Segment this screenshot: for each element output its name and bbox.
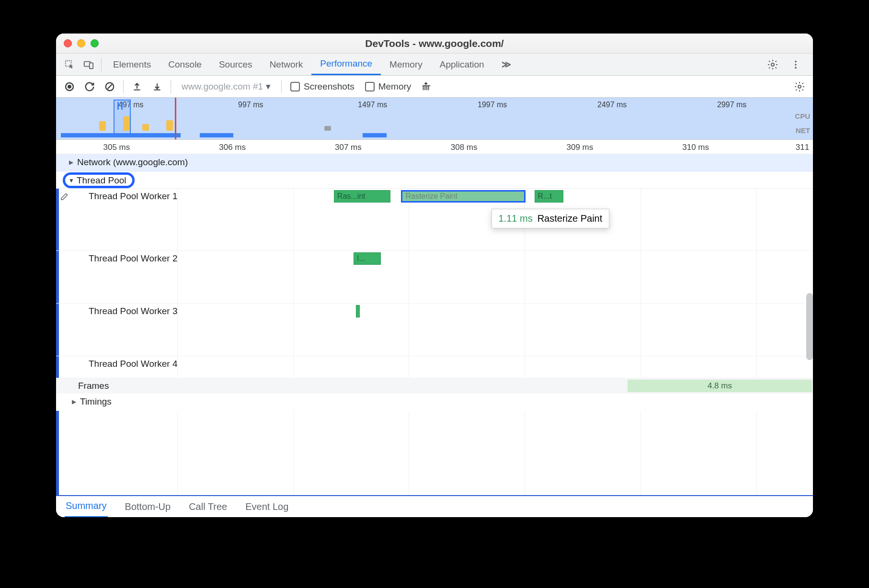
overview-net-label: NET xyxy=(796,126,810,135)
checkbox-icon xyxy=(290,82,300,91)
disclosure-right-icon[interactable]: ▶ xyxy=(70,398,77,405)
vertical-scrollbar[interactable] xyxy=(806,293,813,360)
timings-label: Timings xyxy=(80,396,112,407)
panel-tabs: Elements Console Sources Network Perform… xyxy=(56,54,813,76)
overview-tick: 1997 ms xyxy=(478,101,507,109)
worker-lane-1[interactable]: Thread Pool Worker 1 Ras...int Rasterize… xyxy=(56,189,813,251)
tab-event-log[interactable]: Event Log xyxy=(244,497,289,517)
worker-lane-3[interactable]: Thread Pool Worker 3 xyxy=(56,304,813,356)
download-icon[interactable] xyxy=(148,77,167,96)
tooltip-duration: 1.11 ms xyxy=(499,213,533,224)
svg-point-11 xyxy=(798,85,801,88)
device-toggle-icon[interactable] xyxy=(79,55,98,74)
close-icon[interactable] xyxy=(64,39,72,47)
overview-marker xyxy=(175,98,176,139)
ruler-tick: 305 ms xyxy=(103,143,130,152)
worker-label: Thread Pool Worker 4 xyxy=(89,359,178,369)
svg-point-6 xyxy=(795,67,797,68)
svg-point-4 xyxy=(795,60,797,62)
profile-select-label: www.google.com #1 xyxy=(182,81,263,92)
tab-elements[interactable]: Elements xyxy=(104,54,160,75)
flame-span[interactable]: I... xyxy=(354,252,381,265)
overview-timeline[interactable]: 497 ms 997 ms 1497 ms 1997 ms 2497 ms 29… xyxy=(56,98,813,140)
clear-icon[interactable] xyxy=(100,77,119,96)
memory-label: Memory xyxy=(378,81,412,92)
inspect-icon[interactable] xyxy=(60,55,79,74)
overview-tick: 997 ms xyxy=(238,101,263,109)
separator xyxy=(171,80,171,93)
titlebar: DevTools - www.google.com/ xyxy=(56,34,813,54)
detail-tabs: Summary Bottom-Up Call Tree Event Log xyxy=(56,495,813,517)
frames-track[interactable]: Frames 4.8 ms xyxy=(56,378,813,394)
tab-performance[interactable]: Performance xyxy=(311,54,381,75)
frame-bar[interactable]: 4.8 ms xyxy=(628,380,812,392)
screenshots-label: Screenshots xyxy=(304,81,354,92)
highlight-ring: ▼ Thread Pool xyxy=(63,172,135,188)
profile-select[interactable]: www.google.com #1 ▾ xyxy=(175,81,277,92)
threadpool-label: Thread Pool xyxy=(77,175,126,186)
tab-bottom-up[interactable]: Bottom-Up xyxy=(124,497,172,517)
overview-tick: 1497 ms xyxy=(358,101,387,109)
network-track-header[interactable]: ▶ Network (www.google.com) xyxy=(56,154,813,171)
separator xyxy=(281,80,282,93)
tab-summary[interactable]: Summary xyxy=(65,496,108,517)
garbage-collect-icon[interactable] xyxy=(417,77,436,96)
svg-line-10 xyxy=(107,84,112,89)
overview-net-bar xyxy=(363,133,387,137)
worker-lane-2[interactable]: Thread Pool Worker 2 I... xyxy=(56,251,813,304)
tab-memory[interactable]: Memory xyxy=(381,54,431,75)
flame-span[interactable] xyxy=(356,305,360,317)
svg-rect-2 xyxy=(90,63,93,68)
disclosure-right-icon[interactable]: ▶ xyxy=(68,159,74,166)
network-label: Network (www.google.com) xyxy=(77,157,188,168)
svg-point-3 xyxy=(771,63,774,66)
tab-network[interactable]: Network xyxy=(261,54,312,75)
threadpool-track-header[interactable]: ▼ Thread Pool xyxy=(56,171,813,189)
gear-icon[interactable] xyxy=(763,55,782,74)
minimize-icon[interactable] xyxy=(77,39,85,47)
tooltip-name: Rasterize Paint xyxy=(537,213,603,224)
edit-icon[interactable] xyxy=(60,192,69,201)
flame-span[interactable]: Ras...int xyxy=(334,190,391,203)
kebab-icon[interactable] xyxy=(786,55,805,74)
worker-lane-4[interactable]: Thread Pool Worker 4 xyxy=(56,356,813,378)
devtools-window: DevTools - www.google.com/ Elements Cons… xyxy=(56,34,813,517)
worker-label: Thread Pool Worker 2 xyxy=(89,253,178,264)
overview-activity xyxy=(166,120,173,131)
timings-track[interactable]: ▶ Timings xyxy=(56,394,813,411)
perf-toolbar: www.google.com #1 ▾ Screenshots Memory xyxy=(56,76,813,98)
separator xyxy=(101,58,102,71)
capture-settings-gear-icon[interactable] xyxy=(790,77,809,96)
flame-span-selected[interactable]: Rasterize Paint xyxy=(401,190,525,203)
overview-activity xyxy=(142,124,149,131)
svg-point-5 xyxy=(795,64,797,66)
flame-span[interactable]: R...t xyxy=(535,190,563,203)
separator xyxy=(123,80,124,93)
ruler-tick: 309 ms xyxy=(566,143,593,152)
tabs-overflow-icon[interactable]: ≫ xyxy=(493,54,520,75)
reload-icon[interactable] xyxy=(80,77,99,96)
disclosure-down-icon[interactable]: ▼ xyxy=(68,177,75,184)
memory-checkbox[interactable]: Memory xyxy=(360,81,416,92)
overview-activity xyxy=(324,126,331,131)
tab-sources[interactable]: Sources xyxy=(210,54,261,75)
frames-label: Frames xyxy=(78,381,109,391)
overview-tick: 2997 ms xyxy=(717,101,746,109)
chevron-down-icon: ▾ xyxy=(266,81,271,92)
screenshots-checkbox[interactable]: Screenshots xyxy=(286,81,359,92)
zoom-icon[interactable] xyxy=(91,39,99,47)
overview-activity xyxy=(123,116,130,131)
ruler-tick: 310 ms xyxy=(682,143,709,152)
hover-tooltip: 1.11 ms Rasterize Paint xyxy=(492,209,610,228)
ruler-tick: 306 ms xyxy=(219,143,246,152)
detail-ruler[interactable]: 305 ms 306 ms 307 ms 308 ms 309 ms 310 m… xyxy=(56,140,813,154)
tab-console[interactable]: Console xyxy=(160,54,210,75)
tab-application[interactable]: Application xyxy=(431,54,493,75)
upload-icon[interactable] xyxy=(127,77,147,96)
svg-point-8 xyxy=(68,85,71,89)
flame-chart[interactable]: ▶ Network (www.google.com) ▼ Thread Pool… xyxy=(56,154,813,495)
record-icon[interactable] xyxy=(60,77,79,96)
tab-call-tree[interactable]: Call Tree xyxy=(188,497,228,517)
overview-tick: 2497 ms xyxy=(597,101,627,109)
traffic-lights xyxy=(64,39,99,47)
